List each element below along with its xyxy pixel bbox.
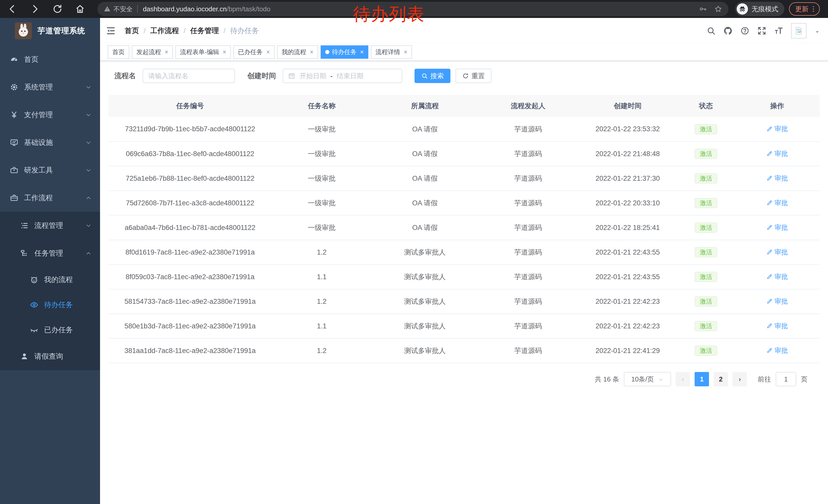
starter-cell: 芋道源码 — [478, 117, 578, 141]
starter-cell: 芋道源码 — [478, 141, 578, 166]
github-icon[interactable] — [723, 26, 733, 35]
breadcrumb-item[interactable]: 首页 — [125, 26, 139, 36]
starter-cell: 芋道源码 — [478, 265, 578, 289]
close-icon[interactable]: × — [266, 49, 270, 55]
sidebar-item-10[interactable]: 已办任务 — [0, 317, 100, 342]
tab-label: 发起流程 — [136, 48, 161, 56]
sidebar-item-3[interactable]: 基础设施 — [0, 129, 100, 156]
tab-1[interactable]: 发起流程× — [132, 45, 173, 59]
approve-link[interactable]: 审批 — [767, 149, 788, 158]
process-cell: OA 请假 — [371, 117, 478, 141]
home-icon[interactable] — [75, 4, 85, 14]
status-badge: 激活 — [695, 198, 717, 208]
task-id-cell: 8f0d1619-7ac8-11ec-a9e2-a2380e71991a — [108, 240, 272, 265]
edit-icon — [767, 323, 773, 329]
page-size-select[interactable]: 10条/页 — [624, 372, 671, 386]
date-range-picker[interactable]: 开始日期 - 结束日期 — [283, 69, 402, 83]
back-icon[interactable] — [7, 4, 17, 14]
breadcrumb-item: 待办任务 — [230, 26, 259, 36]
sidebar-item-6[interactable]: 流程管理 — [0, 212, 100, 239]
tab-3[interactable]: 已办任务× — [234, 45, 275, 59]
tab-label: 已办任务 — [238, 48, 263, 56]
fontsize-icon[interactable] — [774, 26, 783, 35]
browser-menu-icon[interactable] — [810, 5, 817, 13]
task-name-cell: 一级审批 — [272, 215, 371, 240]
forward-icon[interactable] — [30, 4, 40, 14]
toolbox-icon — [10, 166, 18, 175]
sidebar-item-2[interactable]: 支付管理 — [0, 101, 100, 129]
task-name-cell: 1.2 — [272, 289, 371, 314]
app-logo[interactable]: 芋道管理系统 — [0, 18, 100, 44]
close-icon[interactable]: × — [310, 49, 314, 55]
next-page-button[interactable]: › — [733, 372, 747, 386]
close-icon[interactable]: × — [404, 49, 407, 55]
reload-icon[interactable] — [52, 4, 63, 14]
close-icon[interactable]: × — [223, 49, 226, 55]
status-cell: 激活 — [677, 314, 734, 338]
incognito-badge: 无痕模式 — [735, 2, 784, 16]
sidebar-item-4[interactable]: 研发工具 — [0, 156, 100, 184]
tab-4[interactable]: 我的流程× — [277, 45, 318, 59]
hamburger-fold-icon[interactable] — [106, 26, 116, 36]
close-icon[interactable]: × — [360, 49, 364, 55]
security-chip[interactable]: 不安全 — [113, 5, 133, 13]
approve-link[interactable]: 审批 — [767, 272, 788, 281]
approve-link[interactable]: 审批 — [767, 248, 788, 257]
created-time-cell: 2022-01-21 22:43:55 — [578, 240, 677, 265]
table-row: 8f059c03-7ac8-11ec-a9e2-a2380e71991a1.1测… — [108, 265, 820, 289]
breadcrumb-item[interactable]: 工作流程 — [150, 26, 179, 36]
prev-page-button[interactable]: ‹ — [676, 372, 690, 386]
star-icon[interactable] — [714, 5, 722, 13]
sidebar-item-1[interactable]: 系统管理 — [0, 73, 100, 101]
approve-link[interactable]: 审批 — [767, 321, 788, 330]
tab-0[interactable]: 首页 — [108, 45, 129, 59]
sidebar-item-label: 首页 — [24, 55, 38, 64]
sidebar-item-9[interactable]: 待办任务 — [0, 292, 100, 317]
help-icon[interactable] — [740, 26, 749, 35]
sidebar-item-0[interactable]: 首页 — [0, 46, 100, 73]
reset-button[interactable]: 重置 — [456, 69, 492, 83]
process-name-input[interactable] — [142, 69, 235, 83]
task-table: 任务编号任务名称所属流程流程发起人创建时间状态操作 73211d9d-7b9b-… — [108, 95, 820, 363]
process-cell: 测试多审批人 — [371, 338, 478, 363]
breadcrumb-item[interactable]: 任务管理 — [190, 26, 219, 36]
approve-link[interactable]: 审批 — [767, 174, 788, 183]
sidebar-item-7[interactable]: 任务管理 — [0, 239, 100, 267]
sidebar-item-5[interactable]: 工作流程 — [0, 184, 100, 212]
page-button-1[interactable]: 1 — [695, 372, 709, 386]
close-icon[interactable]: × — [165, 49, 168, 55]
approve-link[interactable]: 审批 — [767, 124, 788, 133]
tab-2[interactable]: 流程表单-编辑× — [175, 45, 231, 59]
tab-6[interactable]: 流程详情× — [371, 45, 412, 59]
caret-down-icon[interactable] — [814, 28, 820, 34]
key-icon[interactable] — [699, 5, 707, 13]
search-icon[interactable] — [706, 26, 716, 35]
tab-5[interactable]: 待办任务× — [321, 45, 368, 59]
page-button-2[interactable]: 2 — [714, 372, 728, 386]
avatar[interactable] — [791, 23, 806, 39]
sidebar-item-label: 流程管理 — [34, 221, 63, 230]
chevron-down-icon — [85, 167, 92, 174]
approve-link[interactable]: 审批 — [767, 297, 788, 306]
approve-link[interactable]: 审批 — [767, 198, 788, 208]
update-button[interactable]: 更新 — [789, 2, 820, 16]
action-cell: 审批 — [734, 166, 820, 191]
edit-icon — [767, 274, 773, 280]
column-header-id: 任务编号 — [108, 95, 272, 117]
approve-link[interactable]: 审批 — [767, 346, 788, 355]
process-cell: 测试多审批人 — [371, 265, 478, 289]
warning-icon — [104, 5, 111, 12]
fullscreen-icon[interactable] — [757, 26, 767, 35]
address-bar[interactable]: 不安全 dashboard.yudao.iocoder.cn/bpm/task/… — [97, 2, 729, 16]
approve-link[interactable]: 审批 — [767, 223, 788, 232]
process-cell: 测试多审批人 — [371, 289, 478, 314]
edit-icon — [767, 175, 773, 181]
sidebar-item-11[interactable]: 请假查询 — [0, 342, 100, 370]
goto-page-input[interactable] — [776, 372, 796, 386]
action-cell: 审批 — [734, 215, 820, 240]
search-button[interactable]: 搜索 — [415, 69, 450, 83]
column-header-status: 状态 — [677, 95, 734, 117]
action-cell: 审批 — [734, 240, 820, 265]
sidebar-item-8[interactable]: 我的流程 — [0, 267, 100, 292]
status-cell: 激活 — [677, 191, 734, 215]
